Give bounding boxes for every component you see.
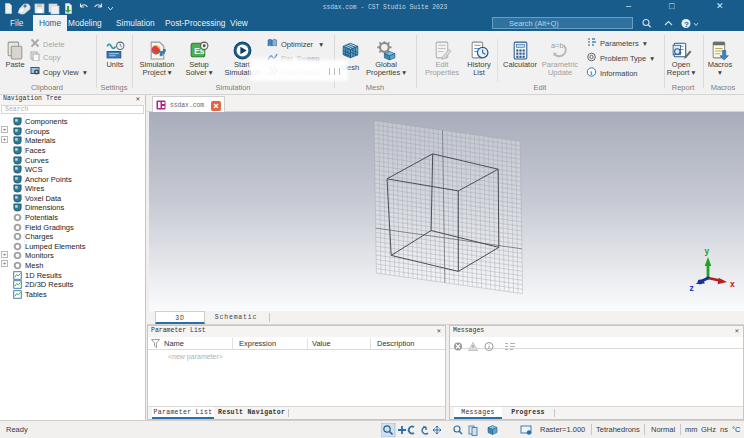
svg-text:z: z xyxy=(690,283,694,293)
svg-text:y: y xyxy=(705,246,710,256)
svg-text:a=b: a=b xyxy=(551,41,563,50)
svg-text:x: x xyxy=(730,279,735,289)
svg-text:i: i xyxy=(590,69,592,77)
svg-text:?: ? xyxy=(684,20,689,29)
